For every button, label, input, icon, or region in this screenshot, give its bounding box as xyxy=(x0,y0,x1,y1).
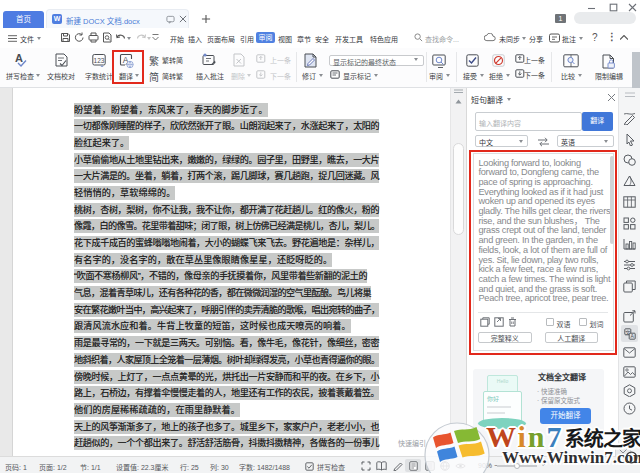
svg-text:123: 123 xyxy=(94,57,105,64)
